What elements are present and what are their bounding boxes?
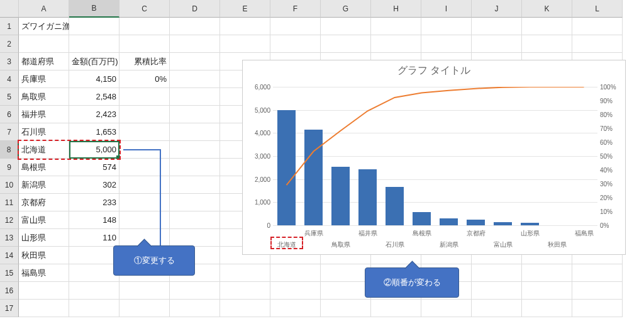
cell[interactable] [220,300,270,317]
column-header[interactable]: L [572,0,623,18]
cell[interactable]: 兵庫県 [19,70,69,88]
cell[interactable] [572,300,623,317]
cell[interactable] [270,264,321,282]
cell[interactable] [321,264,371,282]
row-header[interactable]: 17 [0,300,19,317]
cell[interactable] [119,300,170,317]
row-header[interactable]: 4 [0,70,19,88]
cell[interactable] [119,88,170,106]
cell[interactable]: 110 [69,229,119,247]
row-header[interactable]: 7 [0,123,19,141]
cell[interactable] [522,264,572,282]
cell[interactable] [119,35,170,53]
cell[interactable] [472,300,522,317]
cell[interactable] [119,176,170,194]
cell[interactable]: 鳥取県 [19,88,69,106]
column-header[interactable]: F [270,0,321,18]
cell[interactable]: 福島県 [19,264,69,282]
cell[interactable] [270,35,321,53]
cell[interactable] [170,88,220,106]
cell[interactable]: 233 [69,194,119,211]
cell[interactable] [522,35,572,53]
cell[interactable]: 秋田県 [19,247,69,264]
cell[interactable]: 石川県 [19,123,69,141]
cell[interactable] [321,18,371,35]
column-header[interactable]: A [19,0,69,18]
cell[interactable]: 新潟県 [19,176,69,194]
cell[interactable]: 2,548 [69,88,119,106]
row-header[interactable]: 3 [0,53,19,70]
cell[interactable] [270,282,321,300]
cell[interactable]: 1,653 [69,123,119,141]
cell[interactable] [270,300,321,317]
cell[interactable] [170,194,220,211]
cell[interactable]: 2,423 [69,106,119,123]
cell[interactable]: 山形県 [19,229,69,247]
cell[interactable] [19,282,69,300]
cell[interactable] [170,35,220,53]
column-header[interactable]: B [69,0,119,18]
row-header[interactable]: 2 [0,35,19,53]
cell[interactable]: 574 [69,159,119,176]
row-header[interactable]: 5 [0,88,19,106]
cell[interactable] [69,35,119,53]
cell[interactable] [170,18,220,35]
cell[interactable]: 京都府 [19,194,69,211]
row-header[interactable]: 15 [0,264,19,282]
column-header[interactable]: J [472,0,522,18]
cell[interactable] [170,176,220,194]
row-header[interactable]: 13 [0,229,19,247]
cell[interactable] [522,282,572,300]
cell[interactable] [321,282,371,300]
cell[interactable] [170,53,220,70]
row-header[interactable]: 16 [0,282,19,300]
cell[interactable] [472,35,522,53]
cell[interactable] [170,229,220,247]
cell[interactable] [572,264,623,282]
cell[interactable] [371,35,421,53]
cell[interactable] [170,300,220,317]
row-header[interactable]: 9 [0,159,19,176]
cell[interactable] [220,264,270,282]
cell[interactable] [220,18,270,35]
cell[interactable] [119,282,170,300]
row-header[interactable]: 11 [0,194,19,211]
cell[interactable] [371,18,421,35]
row-header[interactable]: 12 [0,211,19,229]
cell[interactable]: 都道府県 [19,53,69,70]
cell[interactable]: 0% [119,70,170,88]
cell[interactable]: 金額(百万円) [69,53,119,70]
cell[interactable] [19,300,69,317]
cell[interactable]: 148 [69,211,119,229]
cell[interactable] [119,123,170,141]
cell[interactable] [170,141,220,159]
row-header[interactable]: 1 [0,18,19,35]
cell[interactable] [321,300,371,317]
cell[interactable] [170,123,220,141]
cell[interactable] [371,300,421,317]
cell[interactable] [321,35,371,53]
cell[interactable] [69,18,119,35]
cell[interactable] [522,300,572,317]
chart[interactable]: グラフ タイトル 01,0002,0003,0004,0005,0006,000… [242,60,626,255]
cell[interactable] [220,282,270,300]
cell[interactable]: 富山県 [19,211,69,229]
cell[interactable] [472,282,522,300]
cell[interactable] [69,264,119,282]
column-header[interactable]: D [170,0,220,18]
cell[interactable] [421,35,472,53]
cell[interactable]: 4,150 [69,70,119,88]
cell[interactable] [119,194,170,211]
cell[interactable] [69,282,119,300]
cell[interactable] [170,106,220,123]
cell[interactable] [472,264,522,282]
cell[interactable]: 5,000 [69,141,119,159]
cell[interactable] [19,35,69,53]
cell[interactable] [119,106,170,123]
row-header[interactable]: 8 [0,141,19,159]
cell[interactable] [572,35,623,53]
cell[interactable] [421,18,472,35]
cell[interactable] [69,300,119,317]
column-header[interactable]: E [220,0,270,18]
cell[interactable] [119,18,170,35]
